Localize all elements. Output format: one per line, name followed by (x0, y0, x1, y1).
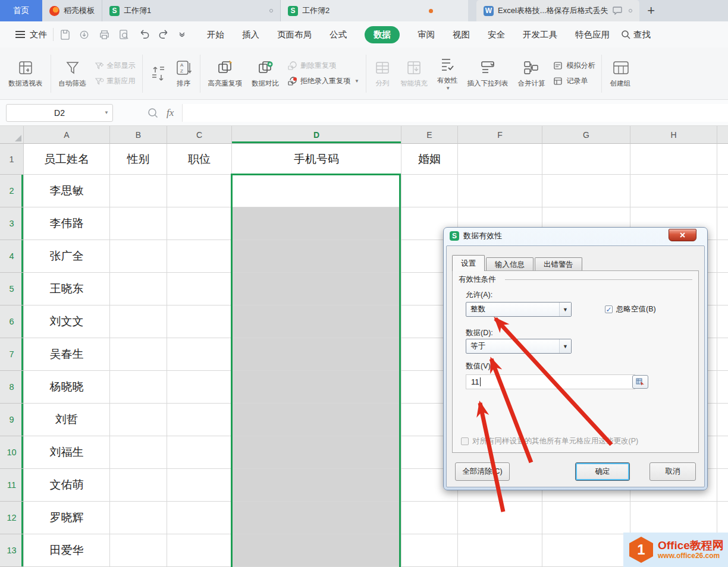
smart-fill-button[interactable]: 智能填充 (396, 57, 432, 90)
cell-C11[interactable] (167, 469, 232, 502)
cell-A5[interactable]: 王晓东 (24, 273, 110, 305)
find-button[interactable]: 查找 (621, 29, 651, 40)
cell-C4[interactable] (167, 240, 232, 273)
row-header-6[interactable]: 6 (0, 305, 24, 338)
cell-A3[interactable]: 李伟路 (24, 207, 110, 240)
cell-A10[interactable]: 刘福生 (24, 436, 110, 469)
cell-H1[interactable] (630, 144, 717, 175)
cell-D8[interactable] (232, 371, 401, 404)
save-icon[interactable] (59, 29, 71, 40)
formula-input[interactable] (182, 104, 728, 122)
row-header-3[interactable]: 3 (0, 207, 24, 240)
select-all-corner[interactable] (0, 126, 24, 144)
show-all-button[interactable]: 全部显示 (95, 61, 136, 71)
cell-B2[interactable] (110, 175, 167, 207)
sort-asc-button[interactable] (146, 63, 171, 84)
auto-filter-button[interactable]: 自动筛选 (54, 57, 91, 90)
customize-qat-caret-icon[interactable] (178, 32, 186, 37)
tab-docer[interactable]: 稻壳模板 (42, 0, 102, 21)
hamburger-icon[interactable] (15, 31, 25, 38)
cell-D13[interactable] (232, 534, 401, 567)
cancel-button[interactable]: 取消 (649, 462, 696, 481)
cell-C8[interactable] (167, 371, 232, 404)
name-box[interactable]: D2 ▼ (6, 104, 113, 122)
cell-F1[interactable] (458, 144, 542, 175)
cell-D7[interactable] (232, 338, 401, 371)
sort-button[interactable]: AZ 排序 (171, 57, 197, 90)
cell-E1[interactable]: 婚姻 (401, 144, 458, 175)
cell-B10[interactable] (110, 436, 167, 469)
column-header-F[interactable]: F (458, 126, 542, 144)
cell-D10[interactable] (232, 436, 401, 469)
print-preview-icon[interactable] (118, 29, 130, 40)
tab-settings[interactable]: 设置 (452, 255, 485, 271)
cell-E2[interactable] (401, 175, 458, 207)
cell-A7[interactable]: 吴春生 (24, 338, 110, 371)
allow-dropdown[interactable]: 整数 ▼ (466, 302, 572, 317)
fx-icon[interactable]: fx (167, 107, 174, 119)
cell-C5[interactable] (167, 273, 232, 305)
cell-C10[interactable] (167, 436, 232, 469)
text-to-columns-button[interactable]: 分列 (369, 57, 396, 90)
create-group-button[interactable]: 创建组 (605, 57, 635, 90)
data-validation-button[interactable]: 有效性 ▼ (432, 54, 463, 93)
cell-C12[interactable] (167, 502, 232, 534)
print-icon[interactable] (99, 29, 110, 40)
column-header-E[interactable]: E (401, 126, 458, 144)
value-input[interactable]: 11 (466, 374, 635, 389)
tab-workbook2[interactable]: S 工作簿2 (281, 0, 468, 21)
cell-B3[interactable] (110, 207, 167, 240)
record-form-button[interactable]: 记录单 (553, 76, 595, 86)
cell-G12[interactable] (542, 502, 630, 534)
cell-A8[interactable]: 杨晓晓 (24, 371, 110, 404)
insert-dropdown-list-button[interactable]: 插入下拉列表 (462, 57, 513, 90)
cell-C9[interactable] (167, 404, 232, 436)
column-header-H[interactable]: H (630, 126, 717, 144)
reapply-button[interactable]: 重新应用 (95, 76, 136, 86)
cell-E13[interactable] (401, 534, 458, 567)
cell-A13[interactable]: 田爱华 (24, 534, 110, 567)
dialog-close-button[interactable] (669, 229, 696, 241)
menu-insert[interactable]: 插入 (242, 29, 259, 40)
cell-A12[interactable]: 罗晓辉 (24, 502, 110, 534)
cell-A1[interactable]: 员工姓名 (24, 144, 110, 175)
menu-formulas[interactable]: 公式 (330, 29, 347, 40)
undo-icon[interactable] (138, 29, 150, 40)
cell-F2[interactable] (458, 175, 542, 207)
menu-security[interactable]: 安全 (488, 29, 505, 40)
cell-B5[interactable] (110, 273, 167, 305)
tab-external-doc[interactable]: W Excel表格技...格保存后格式丢失 (476, 0, 639, 21)
dialog-title-bar[interactable]: S 数据有效性 (444, 228, 707, 244)
row-header-5[interactable]: 5 (0, 273, 24, 305)
menu-developer[interactable]: 开发工具 (523, 29, 557, 40)
export-pdf-icon[interactable] (79, 29, 90, 40)
column-header-A[interactable]: A (24, 126, 110, 144)
cell-A2[interactable]: 李思敏 (24, 175, 110, 207)
new-tab-button[interactable]: + (639, 0, 663, 21)
cell-E12[interactable] (401, 502, 458, 534)
cell-B4[interactable] (110, 240, 167, 273)
cell-F13[interactable] (458, 534, 542, 567)
cell-D6[interactable] (232, 305, 401, 338)
cell-G13[interactable] (542, 534, 630, 567)
menu-page-layout[interactable]: 页面布局 (277, 29, 312, 40)
tab-error-alert[interactable]: 出错警告 (535, 257, 582, 271)
cell-B13[interactable] (110, 534, 167, 567)
row-header-13[interactable]: 13 (0, 534, 24, 567)
ok-button[interactable]: 确定 (575, 462, 630, 481)
cell-B9[interactable] (110, 404, 167, 436)
row-header-1[interactable]: 1 (0, 144, 24, 175)
row-header-7[interactable]: 7 (0, 338, 24, 371)
highlight-duplicates-button[interactable]: 高亮重复项 (203, 57, 247, 90)
cell-A4[interactable]: 张广全 (24, 240, 110, 273)
cell-H2[interactable] (630, 175, 717, 207)
column-header-D[interactable]: D (232, 126, 401, 144)
cell-C7[interactable] (167, 338, 232, 371)
cell-D1[interactable]: 手机号码 (232, 144, 401, 175)
cell-B8[interactable] (110, 371, 167, 404)
cell-H12[interactable] (630, 502, 717, 534)
redo-icon[interactable] (158, 29, 170, 40)
cell-F12[interactable] (458, 502, 542, 534)
cell-G1[interactable] (542, 144, 630, 175)
apply-all-checkbox[interactable]: 对所有同样设置的其他所有单元格应用这些更改(P) (461, 436, 638, 446)
